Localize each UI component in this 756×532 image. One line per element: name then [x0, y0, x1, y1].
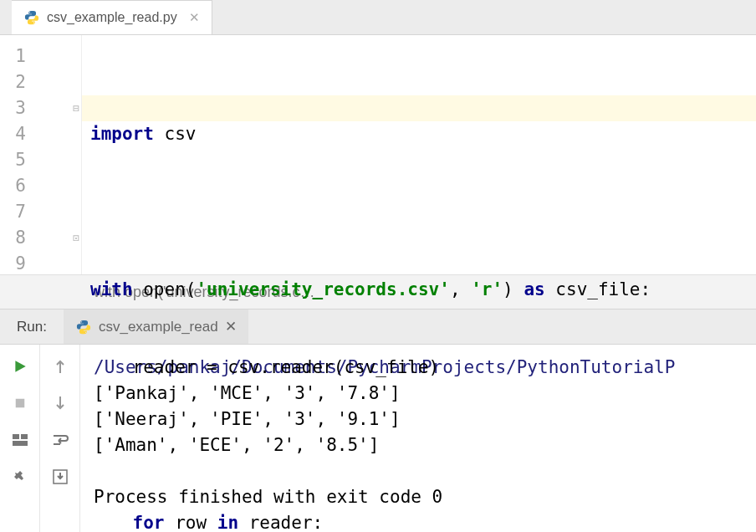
line-gutter: 1 2 3 4 5 6 7 8 9 ⊟ ⊡: [0, 35, 82, 274]
pin-button[interactable]: [8, 465, 32, 489]
soft-wrap-button[interactable]: [49, 428, 72, 452]
line-number: 5: [0, 147, 81, 173]
svg-rect-2: [21, 434, 28, 439]
console-tool-columns: [0, 345, 80, 532]
svg-rect-3: [13, 441, 28, 446]
scroll-down-button[interactable]: [49, 391, 72, 415]
line-number: 1: [0, 43, 81, 69]
line-number: 2: [0, 69, 81, 95]
scroll-to-end-button[interactable]: [49, 465, 72, 489]
close-icon[interactable]: ✕: [189, 10, 200, 25]
run-panel-label: Run:: [0, 309, 64, 344]
line-number: 3: [0, 95, 81, 121]
svg-rect-1: [13, 434, 19, 439]
line-number: 8: [0, 225, 81, 251]
stop-button[interactable]: [8, 391, 32, 415]
current-line-highlight: [82, 95, 756, 121]
code-area[interactable]: import csv with open('university_records…: [82, 35, 756, 274]
line-number: 9: [0, 251, 81, 277]
editor-tab-label: csv_example_read.py: [47, 10, 177, 25]
editor-tabbar: csv_example_read.py ✕: [0, 0, 756, 35]
line-number: 7: [0, 199, 81, 225]
line-number: 4: [0, 121, 81, 147]
layout-button[interactable]: [8, 428, 32, 452]
fold-end-icon[interactable]: ⊡: [73, 225, 79, 251]
code-editor[interactable]: 1 2 3 4 5 6 7 8 9 ⊟ ⊡ import csv with op…: [0, 35, 756, 274]
fold-start-icon[interactable]: ⊟: [73, 95, 79, 121]
scroll-up-button[interactable]: [49, 355, 72, 378]
python-file-icon: [23, 9, 40, 26]
run-button[interactable]: [8, 355, 32, 378]
svg-rect-0: [15, 399, 24, 408]
editor-tab-csv-example-read[interactable]: csv_example_read.py ✕: [12, 0, 212, 34]
python-file-icon: [75, 319, 92, 335]
line-number: 6: [0, 173, 81, 199]
